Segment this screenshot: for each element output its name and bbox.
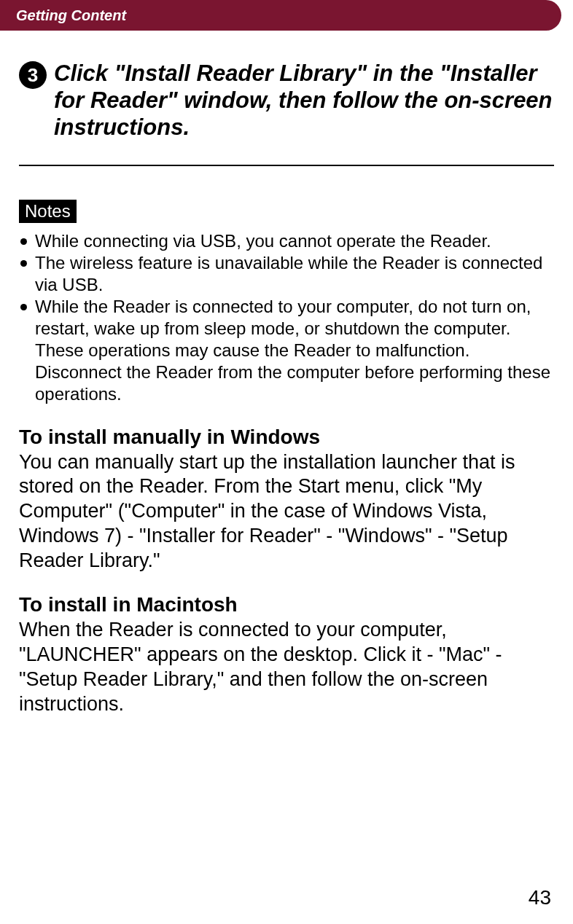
- section-body: When the Reader is connected to your com…: [19, 618, 554, 716]
- divider: [19, 165, 554, 166]
- section-heading: To install in Macintosh: [19, 593, 554, 616]
- notes-label: Notes: [19, 200, 77, 223]
- step-row: 3 Click "Install Reader Library" in the …: [19, 60, 554, 141]
- notes-list: While connecting via USB, you cannot ope…: [19, 230, 554, 405]
- header-title: Getting Content: [16, 7, 126, 24]
- step-instruction: Click "Install Reader Library" in the "I…: [54, 60, 554, 141]
- section-heading: To install manually in Windows: [19, 426, 554, 449]
- page-content: 3 Click "Install Reader Library" in the …: [0, 31, 573, 716]
- section-body: You can manually start up the installati…: [19, 450, 554, 573]
- note-item: The wireless feature is unavailable whil…: [19, 252, 554, 296]
- note-item: While the Reader is connected to your co…: [19, 296, 554, 405]
- step-number-badge: 3: [19, 61, 47, 89]
- note-item: While connecting via USB, you cannot ope…: [19, 230, 554, 252]
- header-bar: Getting Content: [0, 0, 561, 31]
- page-number: 43: [529, 886, 551, 909]
